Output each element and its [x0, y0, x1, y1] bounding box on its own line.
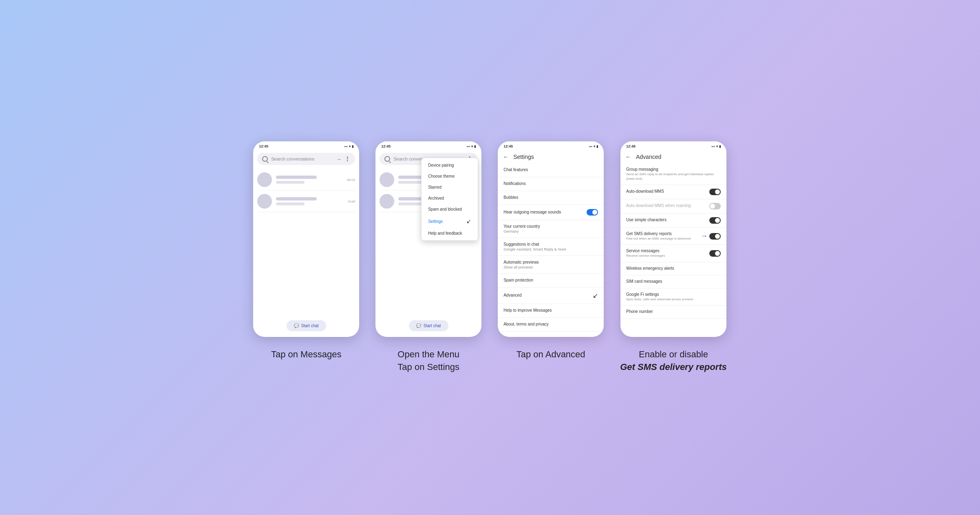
start-chat-button-2[interactable]: 💬 Start chat: [409, 320, 448, 331]
advanced-sms-delivery[interactable]: Get SMS delivery reports Find out when a…: [620, 228, 726, 245]
search-placeholder-1: Search conversations: [271, 156, 333, 161]
menu-item-archived[interactable]: Archived: [422, 193, 478, 204]
signal-icon-3: ▪▪▪: [589, 145, 593, 148]
more-options-icon-1[interactable]: ⋮: [344, 156, 350, 162]
message-item-1[interactable]: 09:03: [257, 169, 355, 191]
wifi-icon-2: ▾: [471, 145, 473, 148]
start-chat-button-1[interactable]: 💬 Start chat: [287, 320, 326, 331]
back-arrow-3[interactable]: ←: [503, 154, 508, 160]
phone-frame-3: 12:45 ▪▪▪ ▾ ▮ ← Settings Chat features N…: [498, 141, 604, 337]
step2-container: 12:45 ▪▪▪ ▾ ▮ Search conver... ⋮: [375, 141, 481, 374]
phone-frame-2: 12:45 ▪▪▪ ▾ ▮ Search conver... ⋮: [375, 141, 481, 337]
settings-list: Chat features Notifications Bubbles Hear…: [498, 163, 604, 337]
message-name-2: [276, 197, 317, 200]
message-text-1: [276, 181, 305, 184]
status-bar-2: 12:45 ▪▪▪ ▾ ▮: [375, 141, 481, 150]
advanced-list: Group messaging Send an SMS reply to all…: [620, 163, 726, 337]
avatar-1: [257, 172, 272, 187]
settings-outgoing-sounds[interactable]: Hear outgoing message sounds: [498, 205, 604, 220]
step1-caption: Tap on Messages: [271, 348, 341, 361]
draft-label: Draft: [348, 200, 355, 203]
settings-advanced[interactable]: Advanced ↙: [498, 288, 604, 304]
service-messages-toggle[interactable]: [709, 250, 721, 257]
advanced-simple-characters[interactable]: Use simple characters: [620, 213, 726, 228]
simple-characters-toggle[interactable]: [709, 217, 721, 224]
advanced-google-fi[interactable]: Google Fi settings Sync texts, calls and…: [620, 288, 726, 306]
status-icons-3: ▪▪▪ ▾ ▮: [589, 145, 598, 148]
signal-icon-4: ▪▪▪: [711, 145, 715, 148]
message-time-1: 09:03: [347, 178, 355, 182]
message-text-2: [276, 202, 305, 205]
battery-icon-1: ▮: [352, 145, 353, 148]
advanced-arrow-icon: ↙: [593, 292, 598, 299]
advanced-auto-download-mms[interactable]: Auto-download MMS: [620, 185, 726, 199]
wifi-icon-1: ▾: [349, 145, 351, 148]
start-chat-label-2: Start chat: [424, 324, 441, 328]
menu-item-spam-blocked[interactable]: Spam and blocked: [422, 204, 478, 215]
message-name-1: [276, 176, 317, 179]
settings-auto-previews[interactable]: Automatic previews Show all previews: [498, 256, 604, 274]
signal-icon-2: ▪▪▪: [467, 145, 470, 148]
settings-about[interactable]: About, terms and privacy: [498, 318, 604, 332]
status-time-4: 12:46: [626, 144, 636, 148]
settings-chat-features[interactable]: Chat features: [498, 163, 604, 177]
auto-download-mms-toggle[interactable]: [709, 189, 721, 195]
battery-icon-4: ▮: [719, 145, 721, 148]
settings-spam-protection[interactable]: Spam protection: [498, 274, 604, 288]
start-chat-label-1: Start chat: [301, 324, 319, 328]
advanced-sim-messages[interactable]: SIM card messages: [620, 275, 726, 288]
status-time-3: 12:45: [503, 144, 513, 148]
menu-item-help-feedback[interactable]: Help and feedback: [422, 228, 478, 239]
status-bar-1: 12:45 ▪▪▪ ▾ ▮: [253, 141, 359, 150]
advanced-service-messages[interactable]: Service messages Receive service message…: [620, 245, 726, 262]
status-bar-4: 12:46 ▪▪▪ ▾ ▮: [620, 141, 726, 150]
step2-caption: Open the Menu Tap on Settings: [397, 348, 459, 374]
menu-item-choose-theme[interactable]: Choose theme: [422, 171, 478, 182]
phone-frame-4: 12:46 ▪▪▪ ▾ ▮ ← Advanced Group messaging: [620, 141, 726, 337]
battery-icon-2: ▮: [474, 145, 476, 148]
start-chat-icon-1: 💬: [294, 324, 299, 328]
search-bar-1[interactable]: Search conversations → ⋮: [257, 153, 355, 165]
status-time-2: 12:45: [381, 144, 391, 148]
settings-help-improve[interactable]: Help to improve Messages: [498, 304, 604, 318]
step1-container: 12:45 ▪▪▪ ▾ ▮ Search conversations → ⋮: [253, 141, 359, 361]
menu-item-starred[interactable]: Starred: [422, 182, 478, 193]
settings-header: ← Settings: [498, 150, 604, 163]
menu-item-device-pairing[interactable]: Device pairing: [422, 160, 478, 171]
settings-bubbles[interactable]: Bubbles: [498, 191, 604, 205]
status-bar-3: 12:45 ▪▪▪ ▾ ▮: [498, 141, 604, 150]
settings-current-country[interactable]: Your current country Germany: [498, 220, 604, 238]
avatar-2: [257, 194, 272, 209]
status-icons-4: ▪▪▪ ▾ ▮: [711, 145, 721, 148]
signal-icon-1: ▪▪▪: [344, 145, 348, 148]
advanced-wireless-emergency[interactable]: Wireless emergency alerts: [620, 262, 726, 275]
auto-download-roaming-toggle[interactable]: [709, 203, 721, 209]
settings-label: Settings: [428, 219, 443, 224]
avatar-2a: [380, 172, 394, 187]
phone-frame-1: 12:45 ▪▪▪ ▾ ▮ Search conversations → ⋮: [253, 141, 359, 337]
advanced-group-messaging[interactable]: Group messaging Send an SMS reply to all…: [620, 163, 726, 185]
advanced-auto-download-roaming[interactable]: Auto-download MMS when roaming: [620, 199, 726, 213]
search-icon-2: [384, 156, 390, 162]
avatar-2b: [380, 194, 394, 209]
back-arrow-4[interactable]: ←: [625, 154, 631, 160]
dropdown-menu: Device pairing Choose theme Starred Arch…: [421, 158, 478, 241]
status-icons-2: ▪▪▪ ▾ ▮: [467, 145, 476, 148]
menu-item-settings[interactable]: Settings ↙: [422, 215, 478, 228]
advanced-phone-number[interactable]: Phone number: [620, 306, 726, 319]
sms-delivery-toggle[interactable]: [709, 233, 721, 240]
settings-suggestions[interactable]: Suggestions in chat Google Assistant, Sm…: [498, 238, 604, 256]
compose-arrow-icon[interactable]: →: [336, 156, 341, 162]
main-container: 12:45 ▪▪▪ ▾ ▮ Search conversations → ⋮: [229, 125, 751, 390]
status-icons-1: ▪▪▪ ▾ ▮: [344, 145, 354, 148]
search-icon-1: [262, 156, 268, 162]
advanced-header: ← Advanced: [620, 150, 726, 163]
start-chat-icon-2: 💬: [416, 324, 421, 328]
message-item-2[interactable]: Draft: [257, 191, 355, 212]
settings-notifications[interactable]: Notifications: [498, 177, 604, 191]
advanced-title: Advanced: [636, 154, 661, 160]
search-actions-1: → ⋮: [336, 156, 350, 162]
step4-caption: Enable or disable Get SMS delivery repor…: [620, 348, 727, 374]
settings-title: Settings: [513, 154, 534, 160]
wifi-icon-3: ▾: [594, 145, 595, 148]
